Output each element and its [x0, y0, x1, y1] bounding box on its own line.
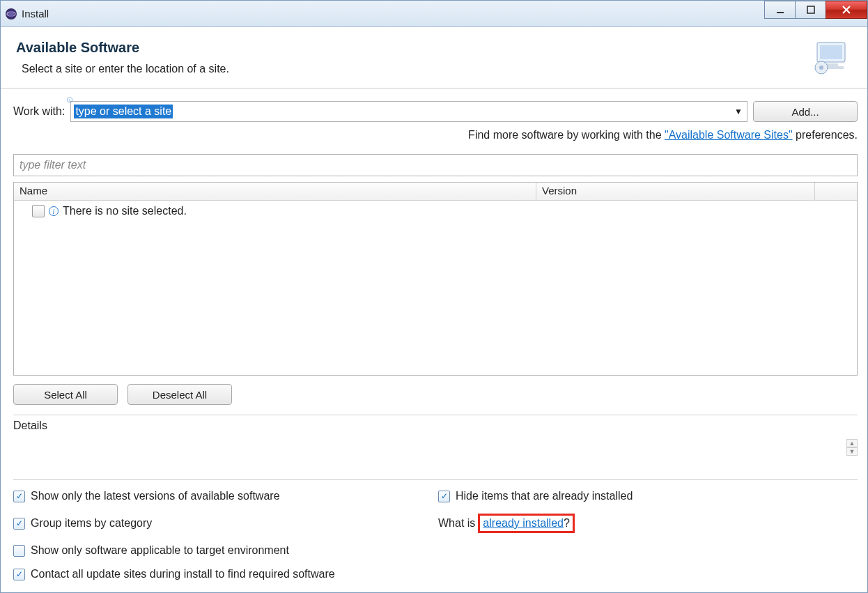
- info-icon: i: [49, 206, 59, 216]
- details-label: Details: [13, 419, 47, 431]
- maximize-button[interactable]: [795, 1, 826, 19]
- highlight-box: already installed?: [478, 514, 575, 533]
- empty-message: There is no site selected.: [63, 205, 187, 217]
- work-with-row: Work with: ⓘ type or select a site ▼ Add…: [13, 101, 858, 122]
- column-name[interactable]: Name: [14, 183, 536, 200]
- dialog-header: Available Software Select a site or ente…: [1, 27, 867, 88]
- available-software-sites-link[interactable]: "Available Software Sites": [665, 129, 793, 141]
- svg-point-10: [819, 66, 823, 70]
- work-with-label: Work with:: [13, 105, 65, 118]
- deselect-all-button[interactable]: Deselect All: [127, 384, 232, 405]
- software-table: Name Version i There is no site selected…: [13, 182, 858, 376]
- opt-hide-installed-label: Hide items that are already installed: [456, 490, 633, 502]
- dialog-content: Work with: ⓘ type or select a site ▼ Add…: [1, 88, 867, 580]
- minimize-button[interactable]: [764, 1, 796, 19]
- opt-contact-sites[interactable]: ✓ Contact all update sites during instal…: [13, 568, 438, 580]
- svg-rect-6: [820, 45, 842, 59]
- info-badge-icon: ⓘ: [67, 96, 72, 102]
- checkbox-checked-icon[interactable]: ✓: [438, 491, 450, 502]
- opt-show-latest-label: Show only the latest versions of availab…: [31, 490, 280, 502]
- checkbox-checked-icon[interactable]: ✓: [13, 491, 25, 502]
- svg-point-2: [8, 11, 14, 17]
- select-all-button[interactable]: Select All: [13, 384, 118, 405]
- install-dialog: Install Available Software Select a site…: [0, 0, 868, 593]
- svg-rect-3: [777, 12, 784, 13]
- eclipse-icon: [5, 8, 17, 20]
- details-spinner[interactable]: ▲ ▼: [846, 439, 858, 456]
- opt-group-category-label: Group items by category: [31, 517, 152, 530]
- column-version[interactable]: Version: [536, 183, 815, 200]
- spinner-down-icon[interactable]: ▼: [846, 447, 858, 456]
- table-header: Name Version: [14, 183, 857, 201]
- checkbox-unchecked-icon[interactable]: ✓: [13, 545, 25, 557]
- work-with-combo[interactable]: ⓘ type or select a site ▼: [70, 101, 747, 122]
- checkbox-checked-icon[interactable]: ✓: [13, 518, 25, 530]
- close-button[interactable]: [826, 1, 867, 19]
- filter-input[interactable]: [13, 154, 858, 176]
- spinner-up-icon[interactable]: ▲: [846, 439, 858, 447]
- details-section: Details ▲ ▼: [13, 415, 858, 472]
- checkbox-checked-icon[interactable]: ✓: [13, 569, 25, 580]
- opt-contact-sites-label: Contact all update sites during install …: [31, 568, 335, 580]
- table-row: i There is no site selected.: [20, 205, 851, 217]
- row-checkbox[interactable]: [32, 205, 45, 217]
- window-title: Install: [22, 8, 49, 20]
- work-with-selected-text: type or select a site: [74, 105, 173, 118]
- page-subtitle: Select a site or enter the location of a…: [22, 63, 229, 75]
- what-is-suffix: ?: [564, 517, 570, 529]
- opt-show-applicable[interactable]: ✓ Show only software applicable to targe…: [13, 544, 438, 557]
- already-installed-link[interactable]: already installed: [483, 517, 564, 529]
- opt-group-category[interactable]: ✓ Group items by category: [13, 514, 438, 533]
- selection-buttons: Select All Deselect All: [13, 384, 858, 405]
- window-controls: [765, 1, 867, 19]
- opt-hide-installed[interactable]: ✓ Hide items that are already installed: [438, 490, 858, 502]
- chevron-down-icon[interactable]: ▼: [734, 107, 743, 116]
- titlebar[interactable]: Install: [1, 1, 867, 27]
- svg-rect-4: [807, 6, 814, 13]
- what-is-prefix: What is: [438, 517, 475, 530]
- page-title: Available Software: [16, 40, 229, 56]
- opt-show-applicable-label: Show only software applicable to target …: [31, 544, 289, 557]
- install-wizard-icon: [812, 40, 853, 75]
- find-more-hint: Find more software by working with the "…: [13, 129, 858, 141]
- add-button[interactable]: Add...: [753, 101, 858, 122]
- table-body: i There is no site selected.: [14, 201, 857, 375]
- opt-show-latest[interactable]: ✓ Show only the latest versions of avail…: [13, 490, 438, 502]
- column-spacer: [815, 183, 857, 200]
- what-is-already-installed: What is already installed?: [438, 514, 858, 533]
- find-more-prefix: Find more software by working with the: [468, 129, 665, 141]
- options-grid: ✓ Show only the latest versions of avail…: [13, 479, 858, 580]
- find-more-suffix: preferences.: [793, 129, 858, 141]
- details-body: ▲ ▼: [13, 432, 858, 472]
